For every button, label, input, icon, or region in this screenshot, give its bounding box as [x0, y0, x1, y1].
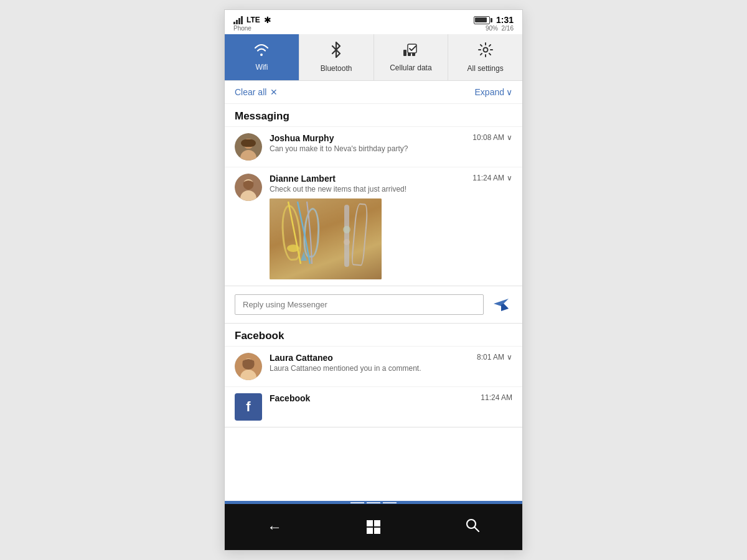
windows-logo-icon [367, 520, 380, 534]
notif-content-dianne: Dianne Lambert 11:24 AM ∨ Check out the … [270, 174, 512, 279]
notif-message-laura: Laura Cattaneo mentioned you in a commen… [270, 364, 512, 373]
bluetooth-status-icon: ✱ [264, 15, 271, 25]
facebook-group: Facebook Laura Cattaneo 8:01 AM [225, 324, 522, 427]
svg-rect-14 [270, 198, 382, 279]
carrier-label: Phone [233, 25, 251, 32]
notif-time-dianne: 11:24 AM [472, 174, 504, 182]
notif-name-facebook-brand: Facebook [270, 393, 310, 403]
svg-rect-17 [344, 205, 349, 267]
notif-chevron-dianne: ∨ [507, 174, 512, 182]
avatar-dianne [235, 174, 262, 201]
svg-marker-21 [501, 304, 509, 311]
wifi-icon [253, 43, 270, 60]
svg-rect-10 [241, 139, 256, 147]
quick-tiles: Wifi Bluetooth Ce [225, 34, 522, 81]
notif-chevron-joshua: ∨ [507, 133, 512, 142]
clear-all-label: Clear all [235, 87, 266, 97]
notification-area: Clear all ✕ Expand ∨ Messaging [225, 81, 522, 501]
tile-cellular-label: Cellular data [390, 63, 431, 72]
notif-time-joshua: 10:08 AM [472, 133, 504, 142]
back-arrow-icon: ← [267, 518, 282, 535]
avatar-joshua [235, 133, 262, 161]
notif-item-facebook-brand[interactable]: f Facebook 11:24 AM [225, 386, 522, 427]
notif-content-laura: Laura Cattaneo 8:01 AM ∨ Laura Cattaneo … [270, 353, 512, 373]
svg-line-26 [474, 527, 479, 531]
notif-name-laura: Laura Cattaneo [270, 353, 333, 363]
tile-cellular[interactable]: Cellular data [374, 34, 449, 80]
status-bar: LTE ✱ 1:31 Phone 90% 2/16 [225, 10, 522, 34]
svg-point-19 [344, 239, 350, 245]
tile-wifi[interactable]: Wifi [225, 34, 299, 80]
battery-pct: 90% 2/16 [486, 25, 514, 32]
status-left: LTE ✱ [233, 15, 271, 25]
back-button[interactable]: ← [252, 513, 297, 541]
svg-rect-0 [403, 50, 406, 56]
tile-bluetooth-label: Bluetooth [321, 64, 352, 73]
facebook-group-header: Facebook [225, 324, 522, 346]
search-nav-icon [465, 520, 480, 536]
nav-accent-lines [350, 502, 397, 503]
bluetooth-tile-icon [329, 42, 343, 62]
tile-bluetooth[interactable]: Bluetooth [299, 34, 374, 80]
send-icon [492, 295, 510, 312]
battery-icon [474, 16, 492, 24]
bottom-nav: ← [225, 504, 522, 550]
tile-settings-label: All settings [467, 64, 504, 73]
notif-item-joshua[interactable]: Joshua Murphy 10:08 AM ∨ Can you make it… [225, 126, 522, 167]
notif-image-jewelry [270, 198, 382, 279]
svg-point-18 [343, 226, 350, 233]
notif-name-joshua: Joshua Murphy [270, 133, 334, 143]
expand-chevron-icon: ∨ [506, 87, 512, 97]
svg-point-5 [483, 48, 487, 52]
windows-button[interactable] [352, 515, 395, 539]
notif-message-joshua: Can you make it to Neva's birthday party… [270, 144, 512, 153]
expand-label: Expand [475, 87, 504, 97]
notif-content-joshua: Joshua Murphy 10:08 AM ∨ Can you make it… [270, 133, 512, 153]
notif-name-dianne: Dianne Lambert [270, 174, 336, 184]
notif-item-laura[interactable]: Laura Cattaneo 8:01 AM ∨ Laura Cattaneo … [225, 346, 522, 386]
reply-send-button[interactable] [490, 292, 512, 317]
notif-item-dianne[interactable]: Dianne Lambert 11:24 AM ∨ Check out the … [225, 167, 522, 286]
clear-all-x-icon: ✕ [270, 87, 278, 97]
notif-message-dianne: Check out the new items that just arrive… [270, 185, 512, 194]
settings-tile-icon [477, 42, 494, 62]
status-right: 1:31 [474, 15, 514, 25]
lte-label: LTE [247, 16, 260, 24]
reply-area [225, 286, 522, 323]
signal-bars [233, 16, 243, 24]
tile-wifi-label: Wifi [255, 63, 268, 72]
phone-frame: LTE ✱ 1:31 Phone 90% 2/16 [224, 9, 523, 551]
avatar-laura [235, 353, 262, 380]
time-display: 1:31 [496, 15, 514, 25]
notif-content-facebook-brand: Facebook 11:24 AM [270, 393, 512, 403]
notif-time-laura: 8:01 AM [477, 353, 504, 362]
svg-rect-3 [408, 44, 416, 53]
notif-chevron-laura: ∨ [507, 353, 512, 362]
reply-input[interactable] [235, 294, 484, 315]
messaging-group: Messaging Joshua Murphy [225, 104, 522, 324]
search-button[interactable] [450, 513, 495, 541]
svg-point-15 [287, 245, 299, 252]
avatar-facebook-brand: f [235, 393, 262, 421]
cellular-tile-icon [403, 42, 419, 61]
action-bar: Clear all ✕ Expand ∨ [225, 81, 522, 104]
clear-all-button[interactable]: Clear all ✕ [235, 87, 278, 97]
messaging-group-header: Messaging [225, 104, 522, 126]
tile-settings[interactable]: All settings [448, 34, 522, 80]
expand-button[interactable]: Expand ∨ [475, 87, 512, 97]
notif-time-facebook-brand: 11:24 AM [481, 393, 512, 402]
